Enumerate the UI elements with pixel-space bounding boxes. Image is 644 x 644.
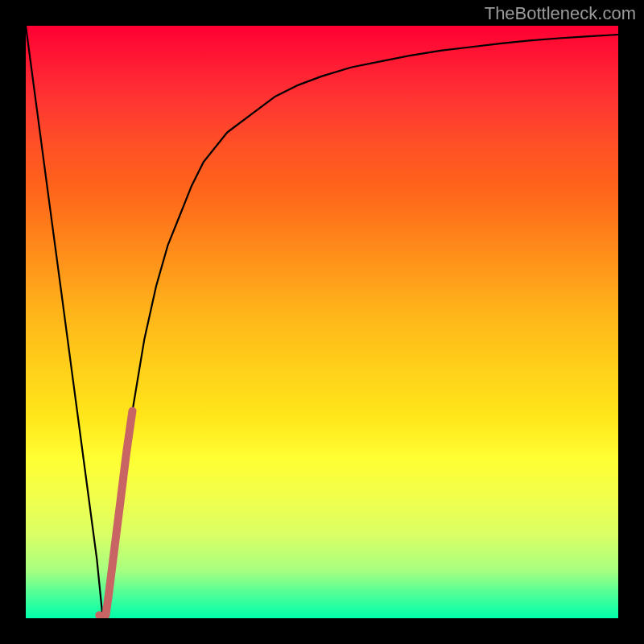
accent-segment: [99, 411, 132, 617]
plot-area: [26, 26, 618, 618]
chart-frame: TheBottleneck.com: [0, 0, 644, 644]
curve-layer: [26, 26, 618, 618]
watermark-text: TheBottleneck.com: [485, 3, 636, 24]
